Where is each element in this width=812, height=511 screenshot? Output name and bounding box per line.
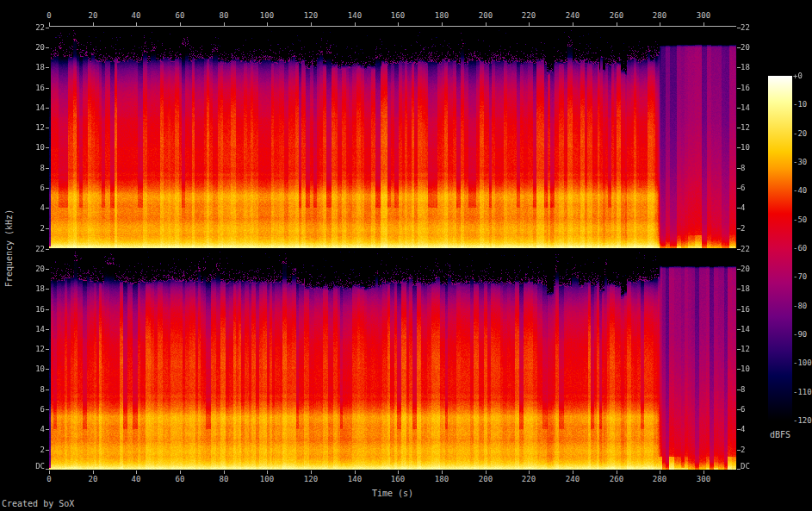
freq-tick-label: 4 <box>0 425 45 433</box>
freq-tick-mark <box>46 108 49 109</box>
freq-tick-label: 12 <box>741 123 775 132</box>
time-tick-label: 240 <box>555 475 590 483</box>
time-tick-label: 280 <box>642 475 677 483</box>
freq-tick-label: 8 <box>741 164 775 172</box>
colorbar-tick-label: -120 <box>793 416 812 425</box>
time-tick-mark <box>224 22 225 26</box>
freq-tick-label: 20 <box>741 43 775 52</box>
time-tick-mark <box>486 22 487 26</box>
freq-tick-mark <box>46 147 49 148</box>
time-tick-mark <box>660 470 660 474</box>
time-tick-label: 20 <box>76 475 110 483</box>
freq-tick-label: 20 <box>0 265 45 273</box>
time-tick-label: 180 <box>425 475 459 483</box>
freq-tick-label: 22 <box>0 245 45 253</box>
colorbar-tick-label: -50 <box>793 215 812 224</box>
freq-tick-mark <box>46 128 49 128</box>
time-tick-mark <box>136 470 137 474</box>
freq-tick-label: 12 <box>0 345 45 353</box>
freq-tick-label: 14 <box>0 103 45 112</box>
time-tick-mark <box>355 22 356 26</box>
time-tick-label: 120 <box>294 11 328 20</box>
freq-tick-label: 8 <box>0 164 45 172</box>
freq-tick-mark <box>46 369 49 370</box>
time-tick-mark <box>617 22 617 26</box>
time-tick-label: 100 <box>250 11 284 20</box>
freq-tick-mark <box>46 349 49 350</box>
freq-tick-label: 18 <box>741 284 775 293</box>
time-tick-label: 300 <box>686 11 721 20</box>
time-tick-label: 40 <box>119 475 153 483</box>
freq-tick-label: 16 <box>0 84 45 92</box>
freq-tick-mark <box>46 450 49 451</box>
freq-tick-label: 12 <box>0 123 45 132</box>
time-tick-label: 60 <box>163 11 197 20</box>
time-tick-mark <box>529 22 530 26</box>
time-tick-mark <box>180 22 181 26</box>
time-tick-label: 280 <box>642 11 677 20</box>
time-tick-label: 140 <box>338 475 372 483</box>
time-tick-label: 60 <box>163 475 197 483</box>
time-tick-label: 120 <box>294 475 328 483</box>
time-tick-mark <box>49 470 50 474</box>
colorbar-tick-label: -110 <box>793 388 812 396</box>
freq-tick-label: 2 <box>741 446 775 454</box>
time-tick-mark <box>617 470 617 474</box>
time-tick-mark <box>136 22 137 26</box>
freq-tick-label: 20 <box>741 265 775 273</box>
freq-tick-label: 6 <box>741 405 775 414</box>
time-tick-mark <box>267 22 268 26</box>
time-tick-mark <box>442 22 443 26</box>
time-tick-mark <box>529 470 530 474</box>
colorbar-tick-label: -90 <box>793 330 812 339</box>
time-tick-label: 160 <box>381 11 415 20</box>
freq-tick-label: 6 <box>0 405 45 414</box>
time-tick-mark <box>398 22 399 26</box>
freq-tick-label: 18 <box>741 63 775 72</box>
credit-text: Created by SoX <box>2 499 74 509</box>
time-tick-label: 220 <box>511 475 546 483</box>
freq-tick-mark <box>46 469 49 470</box>
freq-tick-mark <box>46 168 49 169</box>
freq-tick-mark <box>46 188 49 189</box>
time-tick-label: 180 <box>425 11 459 20</box>
freq-tick-label: 16 <box>0 305 45 314</box>
time-tick-label: 0 <box>32 475 66 483</box>
time-tick-label: 220 <box>511 11 546 20</box>
time-tick-mark <box>180 470 181 474</box>
freq-tick-label: 6 <box>741 184 775 192</box>
freq-tick-label: 10 <box>741 143 775 152</box>
freq-tick-label: 10 <box>0 365 45 373</box>
freq-tick-label: 22 <box>741 245 775 253</box>
time-tick-mark <box>311 22 312 26</box>
time-tick-mark <box>486 470 487 474</box>
time-tick-mark <box>704 22 704 26</box>
time-tick-label: 0 <box>32 11 66 20</box>
colorbar-tick-label: -40 <box>793 186 812 195</box>
freq-tick-label: 6 <box>0 184 45 192</box>
time-tick-label: 200 <box>468 11 503 20</box>
freq-tick-mark <box>46 429 49 430</box>
time-tick-mark <box>398 470 399 474</box>
time-tick-label: 80 <box>207 475 241 483</box>
freq-tick-label: 4 <box>741 203 775 212</box>
colorbar-tick-label: -10 <box>793 100 812 109</box>
freq-tick-label: 18 <box>0 63 45 72</box>
freq-tick-label: 8 <box>741 385 775 394</box>
freq-tick-label: 22 <box>0 23 45 32</box>
time-tick-label: 80 <box>207 11 241 20</box>
freq-tick-label: 14 <box>0 325 45 333</box>
colorbar-tick-label: -30 <box>793 158 812 166</box>
time-tick-mark <box>224 470 225 474</box>
spectrogram-channel-1 <box>49 27 736 248</box>
freq-tick-mark <box>46 249 49 250</box>
freq-tick-label: 16 <box>741 84 775 92</box>
freq-tick-label: 4 <box>741 425 775 433</box>
freq-tick-mark <box>46 67 49 68</box>
time-tick-mark <box>660 22 660 26</box>
freq-tick-label: 10 <box>741 365 775 373</box>
time-tick-mark <box>573 22 573 26</box>
time-tick-mark <box>267 470 268 474</box>
freq-tick-mark <box>46 289 49 290</box>
freq-tick-mark <box>46 409 49 410</box>
